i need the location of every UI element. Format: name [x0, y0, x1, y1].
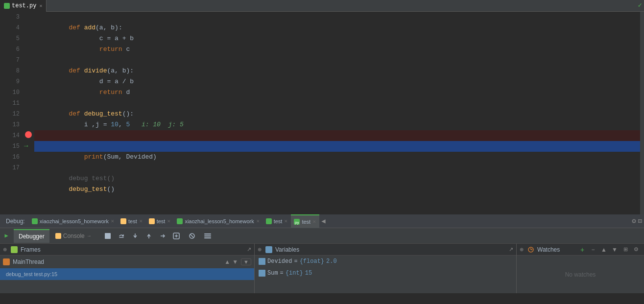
- frames-popout-btn[interactable]: ↗: [247, 246, 251, 253]
- code-line-17b: debug_test(): [34, 173, 644, 184]
- code-line-4: c = a + b: [34, 23, 644, 33]
- step-into-btn[interactable]: [129, 230, 142, 242]
- add-watch-btn[interactable]: +: [577, 245, 587, 255]
- thread-icon: [3, 258, 10, 265]
- variables-content: Devided = {float} 2.0 Sum = {int} 15: [255, 256, 516, 293]
- remove-watch-btn[interactable]: −: [588, 245, 598, 255]
- session-close-3[interactable]: ✕: [167, 219, 171, 224]
- evaluate-btn[interactable]: [170, 230, 183, 242]
- session-tab-2[interactable]: test ✕: [118, 214, 146, 228]
- variables-pane: ⊕ Variables ↗ Devided = {float} 2.0: [255, 244, 517, 293]
- gutter: →: [24, 12, 34, 214]
- debug-tab-bar: Debug: xiaozhai_lesson5_homework ✕ test …: [0, 214, 644, 228]
- session-icon-6: py: [294, 219, 300, 225]
- main-layout: test.py ✕ ✓ 3 4 5 6 7 ▼ 8 9 ▼ 10 11 12 1…: [0, 0, 644, 304]
- run-to-cursor-btn[interactable]: [156, 230, 169, 242]
- vars-popout-btn[interactable]: ↗: [509, 246, 513, 253]
- session-close-1[interactable]: ✕: [111, 219, 115, 224]
- var-value-sum: 15: [305, 270, 312, 277]
- settings2-btn[interactable]: [201, 230, 214, 242]
- session-tab-label-2: test: [128, 218, 137, 224]
- frames-content: MainThread ▲ ▼ ▼ debug_test test.py:15: [0, 256, 254, 293]
- svg-rect-2: [105, 233, 111, 239]
- session-icon-5: [266, 218, 272, 224]
- variables-header-label: Variables: [275, 246, 299, 253]
- frames-icon: [11, 246, 18, 253]
- thread-row-main: MainThread ▲ ▼ ▼: [0, 256, 254, 268]
- session-close-6[interactable]: ✕: [312, 219, 316, 224]
- thread-up-btn[interactable]: ▲: [224, 258, 230, 265]
- breakpoint-dot: [25, 131, 32, 138]
- sessions-overflow-btn[interactable]: ◀: [321, 217, 325, 225]
- watch-copy-btn[interactable]: ⊞: [620, 245, 630, 255]
- mute-btn[interactable]: [186, 230, 198, 242]
- code-editor-area: 3 4 5 6 7 ▼ 8 9 ▼ 10 11 12 13 14 15 16 1…: [0, 12, 644, 214]
- var-row-devided: Devided = {float} 2.0: [255, 256, 516, 267]
- frame-label: debug_test test.py:15: [6, 271, 57, 277]
- code-lines: def add(a, b): c = a + b return c def di…: [34, 12, 644, 214]
- console-icon: [55, 233, 61, 239]
- var-row-sum: Sum = {int} 15: [255, 267, 516, 279]
- resume-btn[interactable]: ▶: [2, 232, 11, 240]
- watches-expand-arrow[interactable]: ⊕: [520, 247, 524, 252]
- watches-icon: [527, 246, 534, 253]
- debug-settings-area: ⚙ ⊟: [632, 217, 642, 225]
- no-watches-label: No watches: [517, 256, 644, 293]
- settings-icon[interactable]: ⚙: [632, 217, 636, 225]
- session-tab-4[interactable]: xiaozhai_lesson5_homework ✕: [174, 214, 262, 228]
- watches-pane: ⊕ Watches + − ▲ ▼ ⊞: [517, 244, 644, 293]
- debugger-toolbar: ▶ Debugger Console →: [0, 228, 644, 244]
- debugger-tab[interactable]: Debugger: [14, 229, 49, 243]
- var-name-sum: Sum: [267, 270, 278, 277]
- frame-subrow[interactable]: debug_test test.py:15: [0, 268, 254, 280]
- var-type-devided: {float}: [300, 258, 324, 265]
- var-type-sum: {int}: [286, 270, 303, 277]
- watch-up-btn[interactable]: ▲: [599, 245, 609, 255]
- editor-scrollbar[interactable]: [640, 12, 644, 214]
- console-tab[interactable]: Console →: [50, 229, 96, 243]
- session-tab-6[interactable]: py test ✕: [291, 214, 319, 228]
- session-tab-1[interactable]: xiaozhai_lesson5_homework ✕: [29, 214, 118, 228]
- watches-toolbar: + − ▲ ▼ ⊞ ⚙: [577, 245, 641, 255]
- var-icon-devided: [259, 258, 265, 265]
- session-close-2[interactable]: ✕: [139, 219, 143, 224]
- step-out-btn[interactable]: [143, 230, 155, 242]
- svg-rect-12: [204, 234, 211, 234]
- debug-panes: ⊕ Frames ↗ MainThread ▲ ▼ ▼: [0, 244, 644, 293]
- thread-controls: ▲ ▼ ▼: [224, 258, 251, 265]
- code-line-10: [34, 87, 644, 98]
- svg-line-11: [191, 234, 193, 237]
- editor-tab-label: test.py: [12, 2, 36, 9]
- svg-rect-13: [204, 235, 211, 236]
- watch-down-btn[interactable]: ▼: [610, 245, 620, 255]
- session-icon-1: [32, 218, 38, 224]
- step-over-btn[interactable]: [115, 230, 128, 242]
- code-line-7: def divide(a, b):: [34, 55, 644, 66]
- session-tab-5[interactable]: test ✕: [263, 214, 291, 228]
- frames-header-label: Frames: [21, 246, 41, 253]
- console-tab-label: Console: [63, 233, 85, 239]
- watches-header-label: Watches: [537, 246, 560, 253]
- session-tab-label-3: test: [157, 218, 166, 224]
- current-line-arrow: →: [24, 142, 28, 150]
- editor-tab-test-py[interactable]: test.py ✕: [0, 0, 47, 12]
- session-close-5[interactable]: ✕: [284, 219, 288, 224]
- session-tab-label-5: test: [274, 218, 283, 224]
- thread-down-btn[interactable]: ▼: [232, 258, 238, 265]
- svg-rect-14: [204, 237, 211, 238]
- code-line-15: print(Sum, Devided): [34, 141, 644, 152]
- frames-expand-arrow[interactable]: ⊕: [3, 247, 7, 252]
- python-icon: [4, 3, 10, 9]
- watch-settings-btn[interactable]: ⚙: [631, 245, 641, 255]
- session-tab-3[interactable]: test ✕: [146, 214, 174, 228]
- tab-close-icon[interactable]: ✕: [39, 3, 42, 9]
- layout-icon[interactable]: ⊟: [638, 217, 642, 225]
- code-line-8: d = a / b: [34, 66, 644, 76]
- stop-btn[interactable]: [101, 230, 114, 242]
- thread-dropdown-btn[interactable]: ▼: [241, 258, 251, 265]
- code-line-3: def add(a, b):: [34, 12, 644, 23]
- vars-expand-arrow[interactable]: ⊕: [258, 247, 262, 252]
- session-tab-label-4: xiaozhai_lesson5_homework: [185, 218, 254, 224]
- session-close-4[interactable]: ✕: [256, 219, 260, 224]
- debug-action-buttons: [101, 230, 214, 242]
